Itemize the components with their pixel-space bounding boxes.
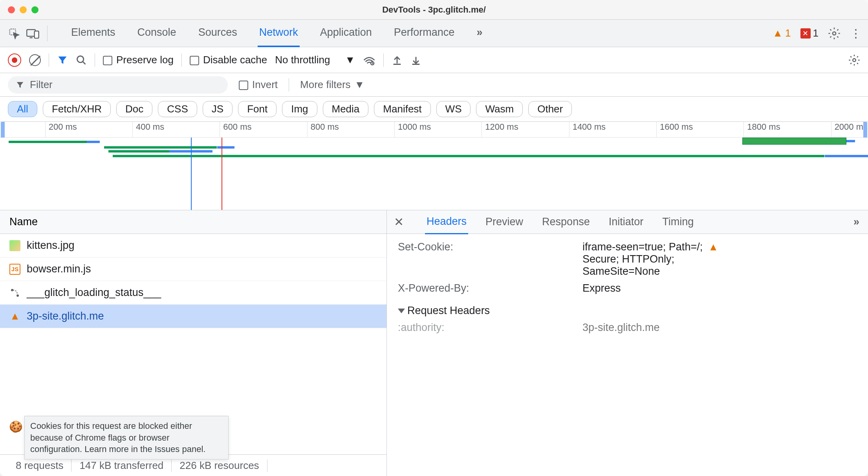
filter-input[interactable]: Filter (8, 76, 228, 94)
chip-js[interactable]: JS (203, 101, 233, 117)
request-row[interactable]: kittens.jpg (0, 234, 386, 257)
svg-point-5 (77, 56, 84, 62)
filter-toggle-icon[interactable] (57, 55, 68, 66)
tab-performance[interactable]: Performance (392, 19, 456, 47)
header-name-authority: :authority: (398, 322, 582, 334)
tab-elements[interactable]: Elements (70, 19, 117, 47)
status-resources: 226 kB resources (172, 459, 267, 472)
headers-body: Set-Cookie: iframe-seen=true; Path=/; ▲ … (387, 234, 868, 476)
network-filter-row: Filter Invert More filters ▼ (0, 73, 868, 97)
status-transferred: 147 kB transferred (71, 459, 172, 472)
image-file-icon (9, 240, 20, 251)
svg-line-6 (83, 61, 86, 64)
throttling-select[interactable]: No throttling ▼ (275, 54, 355, 66)
header-name-x-powered-by: X-Powered-By: (398, 282, 582, 294)
request-name: kittens.jpg (27, 239, 75, 252)
chip-img[interactable]: Img (282, 101, 317, 117)
cookie-blocked-tooltip: 🍪 Cookies for this request are blocked e… (24, 416, 229, 459)
window-titlebar: DevTools - 3pc.glitch.me/ (0, 0, 868, 20)
error-box-icon: ✕ (800, 28, 811, 39)
preserve-log-label: Preserve log (116, 54, 174, 66)
warning-triangle-icon: ▲ (773, 27, 783, 39)
chip-doc[interactable]: Doc (116, 101, 152, 117)
chip-font[interactable]: Font (238, 101, 277, 117)
request-row[interactable]: JS bowser.min.js (0, 257, 386, 281)
search-icon[interactable] (76, 55, 87, 66)
warning-count: 1 (785, 27, 791, 39)
chip-ws[interactable]: WS (436, 101, 471, 117)
header-value: Express (582, 282, 857, 294)
svg-rect-3 (35, 31, 39, 38)
network-conditions-icon[interactable] (363, 55, 375, 66)
other-file-icon (9, 287, 20, 298)
more-tabs-button[interactable]: » (475, 19, 484, 47)
request-details-pane: ✕ Headers Preview Response Initiator Tim… (387, 210, 868, 476)
cookie-icon: 🍪 (9, 419, 23, 434)
devtools-tabstrip: Elements Console Sources Network Applica… (0, 20, 868, 47)
window-title: DevTools - 3pc.glitch.me/ (0, 5, 868, 15)
chip-all[interactable]: All (8, 101, 37, 117)
header-name-set-cookie: Set-Cookie: (398, 241, 582, 278)
more-detail-tabs-button[interactable]: » (852, 210, 861, 233)
more-menu-icon[interactable]: ⋮ (850, 26, 862, 40)
warning-triangle-icon: ▲ (9, 311, 20, 322)
network-status-bar: 🍪 Cookies for this request are blocked e… (0, 454, 386, 476)
download-har-icon[interactable] (410, 55, 421, 66)
more-filters-label: More filters (300, 79, 351, 91)
tab-network[interactable]: Network (258, 19, 300, 47)
chip-media[interactable]: Media (323, 101, 369, 117)
inspect-element-icon[interactable] (6, 26, 22, 41)
chevron-down-icon: ▼ (345, 54, 355, 66)
detail-tab-preview[interactable]: Preview (484, 210, 525, 233)
settings-gear-icon[interactable] (828, 27, 841, 40)
invert-label: Invert (252, 79, 278, 90)
chevron-down-icon (398, 309, 405, 313)
chip-css[interactable]: CSS (158, 101, 197, 117)
overview-ticks: 200 ms 400 ms 600 ms 800 ms 1000 ms 1200… (0, 122, 868, 138)
network-settings-gear-icon[interactable] (848, 54, 860, 66)
detail-tabstrip: ✕ Headers Preview Response Initiator Tim… (387, 210, 868, 234)
js-file-icon: JS (9, 264, 20, 275)
chevron-down-icon: ▼ (355, 79, 365, 91)
upload-har-icon[interactable] (392, 55, 403, 66)
detail-tab-response[interactable]: Response (540, 210, 591, 233)
invert-checkbox[interactable]: Invert (239, 79, 278, 91)
request-headers-section[interactable]: Request Headers (398, 305, 857, 317)
preserve-log-checkbox[interactable]: Preserve log (103, 54, 174, 66)
chip-manifest[interactable]: Manifest (374, 101, 430, 117)
requests-pane: Name kittens.jpg JS bowser.min.js ___gli… (0, 210, 387, 476)
header-value: Secure; HTTPOnly; (582, 253, 857, 265)
issues-warning-badge[interactable]: ▲ 1 (773, 27, 791, 39)
chip-wasm[interactable]: Wasm (476, 101, 523, 117)
tab-application[interactable]: Application (319, 19, 374, 47)
detail-tab-headers[interactable]: Headers (425, 210, 468, 234)
request-row[interactable]: ___glitch_loading_status___ (0, 281, 386, 305)
chip-other[interactable]: Other (528, 101, 572, 117)
detail-tab-timing[interactable]: Timing (661, 210, 695, 233)
device-toolbar-icon[interactable] (25, 26, 41, 41)
request-row[interactable]: ▲ 3p-site.glitch.me (0, 305, 386, 328)
header-value: SameSite=None (582, 265, 857, 278)
network-toolbar: Preserve log Disable cache No throttling… (0, 47, 868, 73)
disable-cache-checkbox[interactable]: Disable cache (190, 54, 267, 66)
throttling-value: No throttling (275, 54, 330, 66)
requests-header-name[interactable]: Name (0, 210, 386, 234)
clear-button[interactable] (29, 54, 41, 66)
close-details-button[interactable]: ✕ (394, 215, 404, 229)
warning-triangle-icon[interactable]: ▲ (708, 241, 718, 253)
chip-fetch-xhr[interactable]: Fetch/XHR (43, 101, 111, 117)
tab-console[interactable]: Console (136, 19, 178, 47)
record-button[interactable] (8, 53, 21, 67)
error-count: 1 (813, 27, 819, 39)
request-name: ___glitch_loading_status___ (27, 287, 161, 299)
svg-point-4 (833, 32, 836, 35)
overview-body (0, 138, 868, 210)
tab-sources[interactable]: Sources (197, 19, 239, 47)
network-overview-timeline[interactable]: 200 ms 400 ms 600 ms 800 ms 1000 ms 1200… (0, 122, 868, 210)
more-filters-dropdown[interactable]: More filters ▼ (300, 79, 364, 91)
request-name: bowser.min.js (27, 263, 91, 275)
funnel-icon (16, 81, 24, 89)
disable-cache-label: Disable cache (203, 54, 267, 66)
detail-tab-initiator[interactable]: Initiator (607, 210, 645, 233)
issues-error-badge[interactable]: ✕ 1 (800, 27, 819, 39)
